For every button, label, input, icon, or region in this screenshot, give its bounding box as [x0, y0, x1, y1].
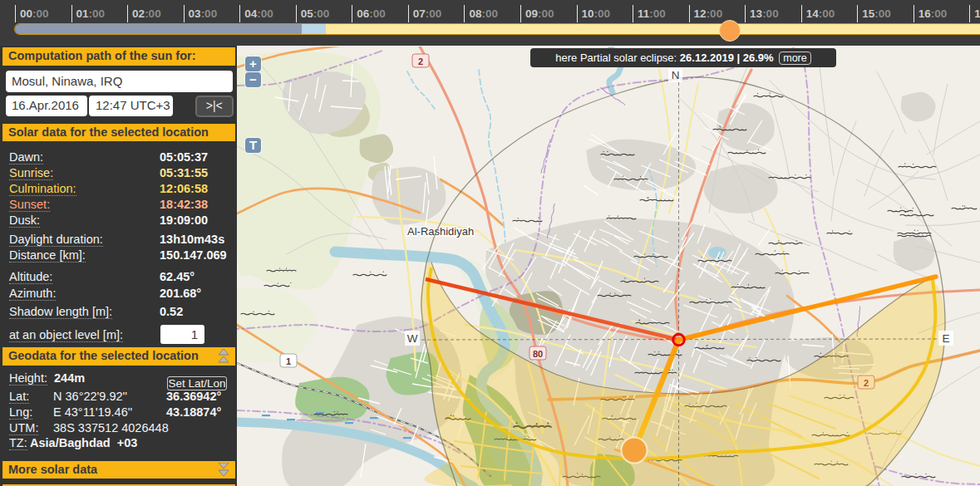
svg-text:W: W — [407, 332, 418, 345]
svg-text:N: N — [672, 69, 680, 81]
svg-text:80: 80 — [533, 349, 543, 359]
svg-text:E: E — [942, 332, 949, 345]
svg-text:Al-Rashidiyah: Al-Rashidiyah — [407, 225, 474, 238]
svg-text:1: 1 — [286, 356, 291, 366]
svg-text:2: 2 — [418, 56, 423, 66]
